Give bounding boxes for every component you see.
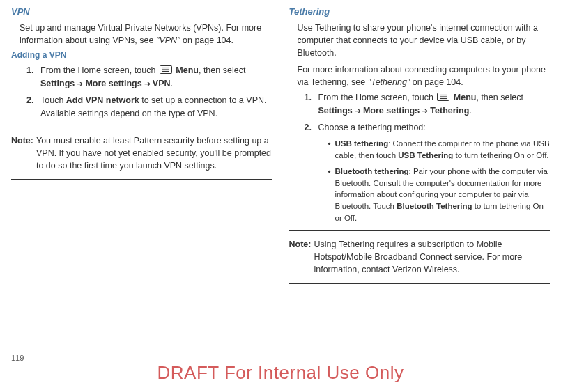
note-label: Note: [11, 134, 33, 172]
menu-icon [160, 65, 172, 77]
step-text: , then select [199, 65, 245, 75]
tethering-label: Tethering [430, 106, 469, 116]
more-settings-label: More settings [85, 79, 141, 88]
add-vpn-label: Add VPN network [66, 95, 139, 105]
step-text: Choose a tethering method: [318, 123, 426, 132]
tethering-title: Tethering [289, 6, 551, 19]
divider [289, 283, 551, 284]
vpn-steps: 1. From the Home screen, touch Menu, the… [26, 64, 272, 119]
right-column: Tethering Use Tethering to share your ph… [289, 6, 551, 291]
tethering-note: Note: Using Tethering requires a subscri… [289, 238, 551, 276]
note-label: Note: [289, 238, 312, 276]
step-text: From the Home screen, touch [40, 65, 158, 75]
arrow-icon: ➔ [420, 107, 430, 115]
step-num: 1. [305, 91, 312, 104]
step-text: From the Home screen, touch [318, 93, 436, 102]
note-body: You must enable at least Pattern securit… [36, 134, 272, 172]
vpn-intro-ref: "VPN" [156, 36, 180, 45]
divider [289, 230, 551, 231]
vpn-label: VPN [153, 79, 171, 88]
arrow-icon: ➔ [353, 107, 363, 115]
vpn-note: Note: You must enable at least Pattern s… [11, 134, 272, 172]
vpn-intro: Set up and manage Virtual Private Networ… [20, 22, 272, 47]
settings-label: Settings [40, 79, 75, 88]
arrow-icon: ➔ [75, 79, 85, 88]
left-column: VPN Set up and manage Virtual Private Ne… [11, 6, 272, 291]
tethering-intro2-t2: on page 104. [410, 77, 463, 87]
menu-label: Menu [454, 93, 477, 102]
tethering-intro1: Use Tethering to share your phone's inte… [298, 22, 551, 59]
draft-watermark: DRAFT For Internal Use Only [0, 360, 561, 386]
adding-vpn-heading: Adding a VPN [11, 49, 272, 61]
tethering-steps: 1. From the Home screen, touch Menu, the… [305, 91, 551, 224]
tethering-intro2-ref: "Tethering" [368, 77, 410, 87]
vpn-intro-t2: on page 104. [180, 36, 233, 45]
vpn-title: VPN [11, 6, 272, 19]
step-num: 1. [26, 64, 33, 77]
note-body: Using Tethering requires a subscription … [314, 238, 550, 276]
bluetooth-tethering-item: Bluetooth tethering: Pair your phone wit… [328, 166, 551, 224]
usb-tethering-item: USB tethering: Connect the computer to t… [328, 138, 551, 161]
step-text: , then select [476, 93, 523, 102]
bluetooth-tethering-label: Bluetooth tethering [335, 167, 409, 175]
vpn-step-1: 1. From the Home screen, touch Menu, the… [26, 64, 272, 90]
tethering-methods: USB tethering: Connect the computer to t… [328, 138, 551, 224]
step-end: . [171, 79, 173, 88]
step-text: Touch [40, 95, 66, 105]
tethering-intro2: For more information about connecting co… [298, 63, 551, 88]
settings-label: Settings [318, 106, 353, 116]
usb-tethering-label: USB tethering [335, 139, 389, 148]
tethering-step-1: 1. From the Home screen, touch Menu, the… [305, 91, 551, 117]
step-end: . [469, 106, 471, 116]
more-settings-label: More settings [363, 106, 420, 116]
bullet-text: to turn tethering On or Off. [453, 151, 548, 159]
page-content: VPN Set up and manage Virtual Private Ne… [11, 6, 550, 291]
tethering-step-2: 2. Choose a tethering method: USB tether… [305, 121, 551, 224]
vpn-step-2: 2. Touch Add VPN network to set up a con… [26, 94, 272, 119]
arrow-icon: ➔ [142, 79, 153, 88]
divider [11, 179, 272, 180]
usb-tethering-action: USB Tethering [398, 151, 453, 159]
menu-label: Menu [176, 65, 199, 75]
step-num: 2. [26, 94, 33, 107]
divider [11, 127, 272, 127]
step-num: 2. [305, 121, 312, 134]
menu-icon [437, 92, 449, 104]
bluetooth-tethering-action: Bluetooth Tethering [397, 202, 472, 210]
